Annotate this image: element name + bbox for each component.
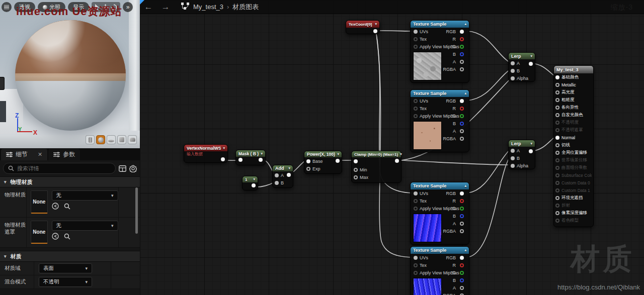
asset-thumbnail[interactable]: None	[31, 190, 47, 214]
use-selected-icon[interactable]	[52, 203, 59, 210]
chevron-down-icon[interactable]: ▾	[288, 166, 290, 170]
input-pin-a[interactable]	[511, 61, 515, 65]
chevron-down-icon[interactable]: ▾	[337, 152, 339, 156]
plane-preview-button[interactable]	[107, 135, 116, 144]
node-texture-sample-1[interactable]: Texture Sample▴ UVs Tex Apply View MipBi…	[410, 20, 469, 83]
input-pin-uvs[interactable]	[414, 256, 418, 260]
output-pin[interactable]	[252, 183, 256, 187]
browse-search-icon[interactable]	[64, 203, 70, 210]
chevron-down-icon[interactable]: ▾	[530, 142, 532, 146]
input-pin-mipbias[interactable]	[414, 45, 418, 49]
input-pin-alpha[interactable]	[511, 76, 515, 80]
node-texcoord[interactable]: TexCoord[0]▾	[346, 20, 380, 34]
pin-tangent[interactable]	[555, 143, 559, 147]
output-pin-a[interactable]	[460, 129, 464, 133]
output-pin-b[interactable]	[460, 52, 464, 56]
node-lerp-1[interactable]: Lerp▾ A B Alpha	[508, 52, 535, 82]
output-pin[interactable]	[373, 29, 377, 33]
material-domain-dropdown[interactable]: 表面▾	[39, 263, 92, 273]
chevron-down-icon[interactable]: ▾	[400, 152, 402, 156]
chevron-up-icon[interactable]: ▴	[464, 91, 466, 95]
output-pin-b[interactable]	[460, 214, 464, 218]
input-pin[interactable]	[238, 158, 243, 162]
pin-metallic[interactable]	[555, 83, 559, 87]
input-pin-tex[interactable]	[414, 107, 418, 111]
use-selected-icon[interactable]	[52, 233, 59, 240]
output-pin-g[interactable]	[460, 45, 464, 49]
output-pin-g[interactable]	[460, 207, 464, 211]
output-pin[interactable]	[221, 157, 225, 161]
input-pin-mipbias[interactable]	[414, 207, 418, 211]
sphere-preview-button[interactable]	[96, 135, 105, 144]
input-pin-tex[interactable]	[414, 37, 418, 41]
input-pin-uvs[interactable]	[414, 99, 418, 103]
input-pin-mipbias[interactable]	[414, 114, 418, 118]
pin-specular[interactable]	[555, 90, 559, 94]
chevron-down-icon[interactable]: ▾	[530, 54, 532, 58]
output-pin-a[interactable]	[460, 286, 464, 290]
browse-search-icon[interactable]	[64, 233, 70, 240]
input-pin-mipbias[interactable]	[414, 271, 418, 275]
asset-dropdown[interactable]: 无▾	[52, 221, 118, 231]
chevron-up-icon[interactable]: ▴	[464, 184, 466, 188]
output-pin-r[interactable]	[460, 37, 464, 41]
output-pin-b[interactable]	[460, 122, 464, 126]
chevron-up-icon[interactable]: ▴	[464, 22, 466, 26]
search-box[interactable]	[3, 163, 116, 174]
property-matrix-icon[interactable]	[119, 165, 126, 172]
node-texture-sample-3[interactable]: Texture Sample▴ UVs Tex Apply View MipBi…	[410, 182, 469, 245]
input-pin-a[interactable]	[275, 173, 279, 177]
output-pin[interactable]	[287, 173, 291, 177]
cylinder-preview-button[interactable]	[86, 135, 95, 144]
output-pin-rgb[interactable]	[460, 99, 464, 103]
input-pin-tex[interactable]	[414, 199, 418, 203]
node-texture-sample-2[interactable]: Texture Sample▴ UVs Tex Apply View MipBi…	[410, 89, 469, 152]
chevron-down-icon[interactable]: ▾	[261, 152, 263, 156]
input-pin-min[interactable]	[354, 168, 358, 172]
pin-normal[interactable]	[555, 136, 559, 140]
viewport-menu-button[interactable]	[2, 2, 12, 12]
node-vertexnormalws[interactable]: VertexNormalWS▾ 输入数据	[184, 144, 228, 163]
input-pin-value[interactable]	[354, 159, 358, 163]
input-pin-b[interactable]	[511, 69, 515, 73]
node-mask-b[interactable]: Mask ( B )▾	[235, 150, 266, 165]
asset-thumbnail[interactable]: None	[31, 221, 47, 244]
input-pin-b[interactable]	[275, 181, 279, 185]
node-lerp-2[interactable]: Lerp▾ A B Alpha	[508, 140, 535, 169]
output-pin[interactable]	[529, 62, 533, 66]
chevron-down-icon[interactable]: ▾	[223, 146, 225, 150]
output-pin-rgba[interactable]	[460, 229, 464, 233]
blend-mode-dropdown[interactable]: 不透明▾	[39, 277, 92, 287]
chevron-down-icon[interactable]: ▾	[375, 22, 377, 26]
chevron-up-icon[interactable]: ▴	[464, 248, 466, 252]
close-tab-icon[interactable]: ✕	[38, 151, 42, 158]
tab-details[interactable]: 细节 ✕	[1, 149, 47, 160]
collapsed-panel-tab[interactable]	[0, 77, 5, 90]
node-material-output[interactable]: My_test_3 基础颜色 Metallic 高光度 粗糙度 各向异性 自发光…	[553, 65, 594, 227]
details-scrollbar[interactable]	[135, 187, 138, 234]
pin-anisotropy[interactable]	[555, 106, 559, 110]
input-pin-b[interactable]	[511, 156, 515, 160]
output-pin-rgba[interactable]	[460, 293, 464, 295]
pin-wpo[interactable]	[555, 151, 559, 155]
output-pin-rgb[interactable]	[460, 256, 464, 260]
output-pin-r[interactable]	[460, 199, 464, 203]
output-pin-b[interactable]	[460, 278, 464, 282]
output-pin-r[interactable]	[460, 107, 464, 111]
output-pin-rgb[interactable]	[460, 30, 464, 34]
output-pin[interactable]	[395, 159, 399, 163]
input-pin-uvs[interactable]	[414, 30, 418, 34]
asset-dropdown[interactable]: 无▾	[52, 190, 118, 201]
pin-base-color[interactable]	[555, 75, 559, 79]
section-physical-material[interactable]: ▾ 物理材质	[0, 176, 140, 187]
node-constant-1[interactable]: 1▾	[242, 176, 258, 190]
output-pin-rgb[interactable]	[460, 191, 464, 195]
input-pin-tex[interactable]	[414, 263, 418, 267]
output-pin-rgba[interactable]	[460, 67, 464, 71]
node-add[interactable]: Add▾ A B	[272, 165, 293, 188]
output-pin-r[interactable]	[460, 263, 464, 267]
output-pin[interactable]	[336, 159, 340, 163]
output-pin[interactable]	[259, 158, 263, 162]
node-texture-sample-4[interactable]: Texture Sample▴ UVs Tex Apply View MipBi…	[410, 246, 469, 295]
output-pin-rgba[interactable]	[460, 137, 464, 141]
